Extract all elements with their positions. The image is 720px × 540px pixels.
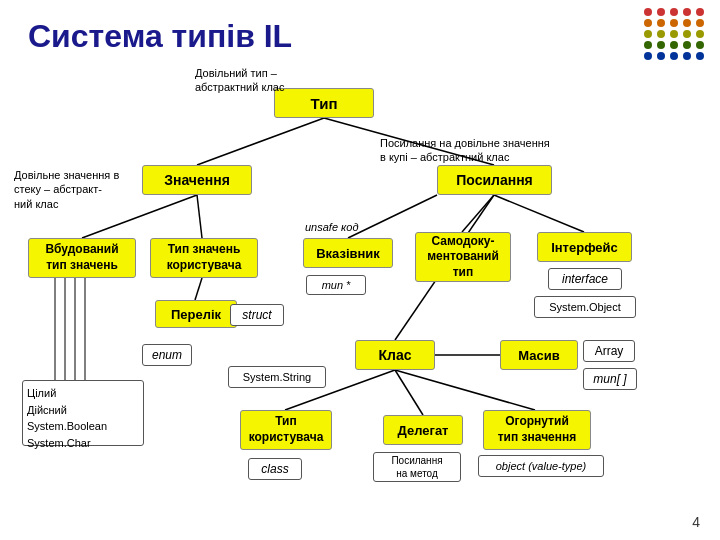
decorative-dots	[644, 8, 706, 60]
decorative-dot	[670, 30, 678, 38]
annotation-dovil-znach: Довільне значення в стеку – абстракт- ни…	[14, 168, 134, 211]
decorative-dot	[657, 19, 665, 27]
decorative-dot	[696, 19, 704, 27]
svg-line-7	[494, 195, 584, 232]
decorative-dot	[670, 41, 678, 49]
box-interfeys: Інтерфейс	[537, 232, 632, 262]
annotation-unsafe-kod: unsafe код	[305, 220, 395, 234]
box-delegat: Делегат	[383, 415, 463, 445]
annotation-dovil-typ: Довільний тип – абстрактний клас	[195, 66, 335, 95]
decorative-dot	[644, 19, 652, 27]
decorative-dot	[657, 41, 665, 49]
box-vbudovaniy: Вбудований тип значень	[28, 238, 136, 278]
box-klas: Клас	[355, 340, 435, 370]
box-pokaznyk: Вказівник	[303, 238, 393, 268]
decorative-dot	[657, 8, 665, 16]
decorative-dot	[696, 41, 704, 49]
box-masyw: Масив	[500, 340, 578, 370]
box-class-label: class	[248, 458, 302, 480]
box-tsilyi: Цілий Дійсний System.Boolean System.Char	[22, 380, 144, 446]
decorative-dot	[696, 8, 704, 16]
box-ohornytyi: Огорнутий тип значення	[483, 410, 591, 450]
box-posylannya-na: Посилання на метод	[373, 452, 461, 482]
box-typ-koryst: Тип користувача	[240, 410, 332, 450]
decorative-dot	[670, 52, 678, 60]
decorative-dot	[696, 30, 704, 38]
page-title: Система типів IL	[28, 18, 292, 55]
svg-line-6	[462, 195, 494, 232]
decorative-dot	[657, 30, 665, 38]
box-array-label: Array	[583, 340, 635, 362]
decorative-dot	[644, 41, 652, 49]
decorative-dot	[644, 8, 652, 16]
box-typ-ptr: тип *	[306, 275, 366, 295]
svg-line-11	[395, 370, 535, 410]
decorative-dot	[683, 19, 691, 27]
box-system-string: System.String	[228, 366, 326, 388]
box-enum: enum	[142, 344, 192, 366]
box-samodoku: Самодоку- ментований тип	[415, 232, 511, 282]
decorative-dot	[670, 8, 678, 16]
decorative-dot	[670, 19, 678, 27]
decorative-dot	[696, 52, 704, 60]
decorative-dot	[683, 30, 691, 38]
decorative-dot	[657, 52, 665, 60]
box-typ-znachen: Тип значень користувача	[150, 238, 258, 278]
decorative-dot	[683, 52, 691, 60]
svg-line-0	[197, 118, 324, 165]
annotation-posyl-kupi: Посилання на довільне значення в купі – …	[380, 136, 575, 165]
page-number: 4	[692, 514, 700, 530]
box-interface-label: interface	[548, 268, 622, 290]
svg-line-3	[197, 195, 202, 238]
decorative-dot	[644, 52, 652, 60]
box-znachennya: Значення	[142, 165, 252, 195]
box-posylannya: Посилання	[437, 165, 552, 195]
box-perelik: Перелік	[155, 300, 237, 328]
decorative-dot	[683, 41, 691, 49]
decorative-dot	[683, 8, 691, 16]
box-struct: struct	[230, 304, 284, 326]
svg-line-9	[395, 370, 423, 415]
box-mun: mun[ ]	[583, 368, 637, 390]
box-system-object: System.Object	[534, 296, 636, 318]
box-object-value: object (value-type)	[478, 455, 604, 477]
decorative-dot	[644, 30, 652, 38]
svg-line-4	[195, 278, 202, 300]
